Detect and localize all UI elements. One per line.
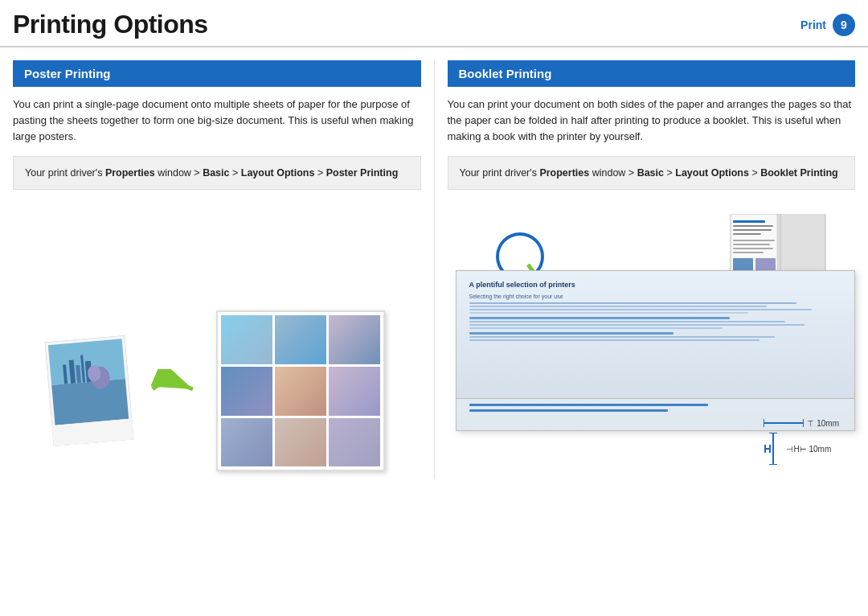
grid-cell-7 [221,418,272,467]
booklet-path-box: Your print driver's Properties window > … [448,156,856,190]
svg-rect-20 [733,244,770,245]
page-header: Printing Options Print 9 [0,0,868,47]
page-title: Printing Options [13,10,208,39]
poster-small-photo [44,335,133,446]
large-booklet-subtitle: Selecting the right choice for your use [469,294,842,299]
grid-cell-8 [275,418,326,467]
svg-rect-17 [733,229,772,231]
page-number: 9 [833,14,855,36]
poster-arrow [149,369,197,413]
column-divider [434,60,435,479]
poster-section-header: Poster Printing [13,60,421,87]
svg-rect-19 [733,240,775,241]
svg-rect-15 [733,220,765,223]
grid-cell-6 [329,367,380,416]
large-booklet-document: A plentiful selection of printers Select… [456,270,856,431]
main-content: Poster Printing You can print a single-p… [0,47,868,479]
header-right: Print 9 [800,14,855,36]
grid-cell-4 [221,367,272,416]
booklet-section-header: Booklet Printing [448,60,856,87]
poster-description: You can print a single-page document ont… [13,97,421,145]
grid-cell-2 [275,315,326,364]
measure-horizontal: ⊤ 10mm [764,418,839,428]
poster-path-box: Your print driver's Properties window > … [13,156,421,190]
booklet-path-text: Your print driver's Properties window > … [460,167,838,179]
svg-rect-18 [733,233,761,235]
grid-cell-1 [221,315,272,364]
poster-image-area [13,206,421,479]
grid-cell-3 [329,315,380,364]
measurements: ⊤ 10mm ⊣H⊢ 10mm [764,418,839,465]
poster-illustration [49,302,385,479]
svg-rect-22 [733,252,764,253]
booklet-column: Booklet Printing You can print your docu… [438,60,856,479]
grid-cell-5 [275,367,326,416]
booklet-image-area: A plentiful selection of printers Select… [448,206,856,479]
svg-rect-13 [779,214,825,277]
svg-rect-3 [51,379,129,425]
booklet-description: You can print your document on both side… [448,97,856,145]
measure-vertical: ⊣H⊢ 10mm [764,433,839,465]
poster-column: Poster Printing You can print a single-p… [13,60,431,479]
svg-rect-21 [733,248,773,249]
print-label: Print [800,18,826,31]
poster-grid [216,310,385,471]
grid-cell-9 [329,418,380,467]
large-booklet-title: A plentiful selection of printers [469,281,842,289]
svg-rect-16 [733,225,773,227]
booklet-illustration: A plentiful selection of printers Select… [448,206,856,479]
poster-path-text: Your print driver's Properties window > … [25,167,398,179]
